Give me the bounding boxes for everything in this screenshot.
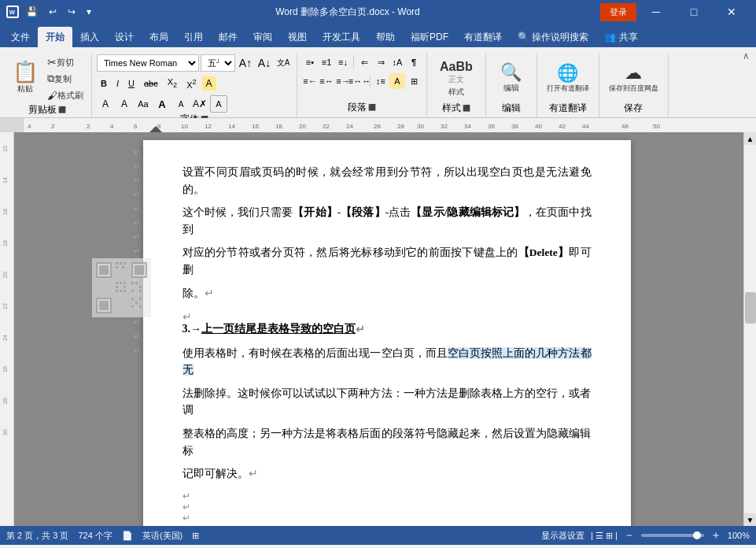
- font-color-button[interactable]: A: [116, 95, 133, 113]
- font-shrink-button[interactable]: A↓: [256, 54, 273, 72]
- svg-text:18: 18: [2, 240, 8, 246]
- align-center-button[interactable]: ≡↔: [319, 73, 334, 89]
- editing-button[interactable]: 🔍 编辑: [491, 54, 532, 102]
- numbering-button[interactable]: ≡1: [319, 54, 334, 70]
- svg-text:20: 20: [299, 123, 306, 130]
- menu-search[interactable]: 🔍 操作说明搜索: [510, 27, 596, 47]
- save-quick-btn[interactable]: 💾: [22, 5, 42, 19]
- left-margin-marks: ↵ ↵ ↵ ↵ ↵ ↵ ↵ ↵ ↵ ↵ ↵ ↵ ↵ ↵ ↵: [120, 140, 143, 526]
- menu-insert[interactable]: 插入: [72, 27, 107, 47]
- menu-share[interactable]: 👥 共享: [596, 27, 645, 47]
- editing-label: 编辑: [503, 83, 519, 94]
- grow-a-button[interactable]: A: [153, 95, 171, 113]
- svg-text:10: 10: [2, 146, 8, 152]
- ribbon-collapse-button[interactable]: ∧: [736, 47, 756, 65]
- font-size-select[interactable]: 五号: [201, 54, 235, 72]
- undo-quick-btn[interactable]: ↩: [45, 5, 61, 19]
- menu-developer[interactable]: 开发工具: [315, 27, 368, 47]
- svg-rect-44: [99, 265, 109, 275]
- language: 英语(美国): [142, 530, 183, 542]
- editing-content: 🔍 编辑: [491, 54, 532, 102]
- cut-button[interactable]: ✂ 剪切: [44, 54, 87, 70]
- font-wubi-button[interactable]: 文A: [275, 54, 292, 72]
- svg-rect-59: [116, 286, 118, 288]
- svg-text:34: 34: [464, 123, 471, 130]
- para-expand-icon[interactable]: ⬛: [368, 104, 376, 111]
- scroll-down-button[interactable]: ▼: [744, 513, 757, 526]
- sort-button[interactable]: ↕A: [389, 54, 405, 70]
- superscript-button[interactable]: X2: [183, 75, 200, 92]
- styles-expand-icon[interactable]: ⬛: [463, 105, 470, 112]
- multilevel-button[interactable]: ≡↓: [335, 54, 351, 70]
- login-button[interactable]: 登录: [600, 3, 636, 21]
- svg-text:10: 10: [181, 123, 188, 130]
- display-settings[interactable]: 显示器设置: [541, 530, 585, 542]
- styles-group: AaBb 正文 样式 样式 ⬛: [427, 53, 486, 117]
- clipboard-expand-icon[interactable]: ⬛: [58, 106, 66, 113]
- doc-empty-para: ↵: [183, 308, 592, 320]
- menu-references[interactable]: 引用: [176, 27, 211, 47]
- font-border-button[interactable]: A: [210, 95, 227, 113]
- scroll-thumb[interactable]: [745, 292, 756, 324]
- para-mark-1: ↵: [205, 287, 214, 299]
- borders-button[interactable]: ⊞: [406, 73, 422, 89]
- italic-button[interactable]: I: [112, 75, 123, 92]
- menu-help[interactable]: 帮助: [368, 27, 403, 47]
- menu-mailings[interactable]: 邮件: [211, 27, 245, 47]
- font-name-select[interactable]: Times New Roman: [97, 54, 199, 72]
- copy-button[interactable]: ⧉ 复制: [44, 71, 87, 87]
- paste-button[interactable]: 📋 粘贴: [8, 54, 42, 102]
- save-baidu-button[interactable]: ☁ 保存到百度网盘: [604, 54, 663, 102]
- menu-youdao[interactable]: 有道翻译: [456, 27, 510, 47]
- menu-view[interactable]: 视图: [280, 27, 315, 47]
- translate-button[interactable]: 🌐 打开有道翻译: [542, 54, 594, 102]
- justify-button[interactable]: ≡↔↔: [352, 73, 367, 89]
- font-size-aa-button[interactable]: Aa: [135, 95, 152, 113]
- scroll-up-button[interactable]: ▲: [744, 132, 757, 145]
- maximize-button[interactable]: □: [676, 0, 712, 24]
- strikethrough-button[interactable]: abc: [140, 75, 162, 92]
- align-left-button[interactable]: ≡←: [302, 73, 318, 89]
- minimize-button[interactable]: ─: [638, 0, 674, 24]
- highlight-color-button[interactable]: A: [97, 95, 114, 113]
- svg-text:50: 50: [653, 123, 660, 130]
- format-painter-icon: 🖌: [47, 90, 57, 102]
- decrease-indent-button[interactable]: ⇐: [356, 54, 372, 70]
- zoom-plus[interactable]: ＋: [710, 528, 721, 542]
- subscript-button[interactable]: X2: [164, 75, 181, 92]
- underline-button[interactable]: U: [124, 75, 138, 92]
- styles-button[interactable]: AaBb 正文 样式: [432, 54, 481, 102]
- bullets-button[interactable]: ≡•: [302, 54, 318, 70]
- line-spacing-button[interactable]: ↕≡: [373, 73, 389, 89]
- menu-home[interactable]: 开始: [38, 27, 72, 47]
- zoom-minus[interactable]: －: [624, 528, 635, 542]
- save-group: ☁ 保存到百度网盘 保存: [599, 53, 669, 117]
- menu-layout[interactable]: 布局: [142, 27, 176, 47]
- menu-file[interactable]: 文件: [3, 27, 38, 47]
- vertical-scrollbar[interactable]: ▲ ▼: [743, 132, 756, 526]
- show-marks-button[interactable]: ¶: [406, 54, 422, 70]
- text-effects-button[interactable]: A: [202, 76, 216, 91]
- increase-indent-button[interactable]: ⇒: [373, 54, 389, 70]
- font-grow-button[interactable]: A↑: [237, 54, 254, 72]
- menu-design[interactable]: 设计: [107, 27, 142, 47]
- doc-body-3a: 整表格的高度；另一种方法是将表格后面的段落符号隐藏起来，然后设置为隐藏编辑标: [183, 428, 592, 457]
- customize-quick-btn[interactable]: ▾: [83, 5, 95, 19]
- ribbon-content: 📋 粘贴 ✂ 剪切 ⧉ 复制 🖌 格式刷: [0, 47, 756, 118]
- redo-quick-btn[interactable]: ↪: [64, 5, 79, 19]
- document-area[interactable]: ↵ ↵ ↵ ↵ ↵ ↵ ↵ ↵ ↵ ↵ ↵ ↵ ↵ ↵ ↵: [14, 132, 743, 526]
- clearformat-button[interactable]: A✗: [191, 95, 208, 113]
- svg-text:36: 36: [488, 123, 495, 130]
- svg-text:26: 26: [2, 366, 8, 372]
- copy-icon: ⧉: [47, 72, 54, 85]
- scroll-track[interactable]: [744, 145, 756, 513]
- close-button[interactable]: ✕: [714, 0, 750, 24]
- format-painter-button[interactable]: 🖌 格式刷: [44, 87, 87, 103]
- zoom-slider[interactable]: [641, 534, 704, 537]
- font-content: Times New Roman 五号 A↑ A↓ 文A B I U abc X2…: [97, 54, 292, 113]
- menu-review[interactable]: 审阅: [245, 27, 280, 47]
- menu-fuxin[interactable]: 福昕PDF: [403, 27, 456, 47]
- shrink-a-button[interactable]: A: [172, 95, 190, 113]
- bold-button[interactable]: B: [97, 75, 111, 92]
- shading-button[interactable]: A: [389, 73, 405, 89]
